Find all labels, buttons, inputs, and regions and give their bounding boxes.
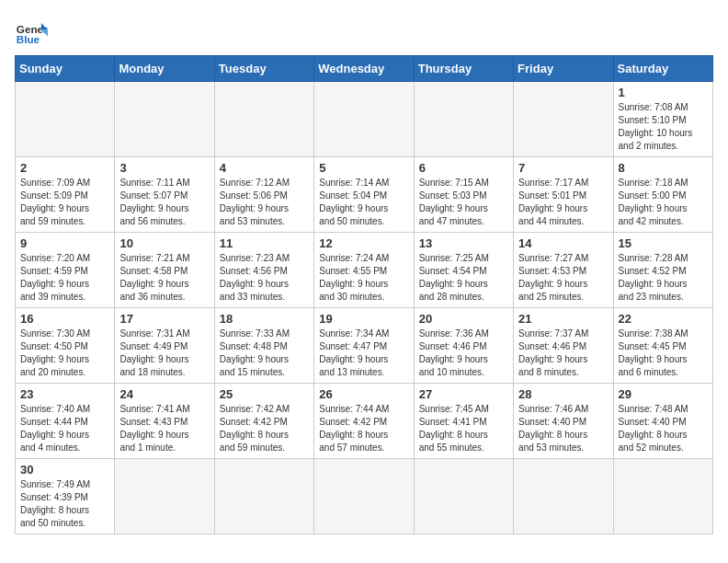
day-number: 10 [119,236,209,250]
calendar-day-cell [314,459,414,534]
calendar-week-row: 16Sunrise: 7:30 AMSunset: 4:50 PMDayligh… [16,308,713,384]
calendar-day-cell: 28Sunrise: 7:46 AMSunset: 4:40 PMDayligh… [514,384,613,459]
calendar-day-cell [414,82,513,157]
day-header-friday: Friday [514,56,613,82]
day-number: 19 [319,312,408,326]
day-info: Sunrise: 7:42 AMSunset: 4:42 PMDaylight:… [220,403,309,454]
calendar-day-cell: 24Sunrise: 7:41 AMSunset: 4:43 PMDayligh… [115,384,214,459]
calendar-day-cell [214,459,313,534]
day-number: 30 [20,463,109,477]
day-info: Sunrise: 7:33 AMSunset: 4:48 PMDaylight:… [220,327,309,379]
day-info: Sunrise: 7:34 AMSunset: 4:47 PMDaylight:… [319,327,408,379]
day-info: Sunrise: 7:20 AMSunset: 4:59 PMDaylight:… [20,252,109,304]
calendar-day-cell [414,459,513,534]
day-number: 27 [419,387,508,401]
day-number: 13 [419,236,508,250]
day-number: 2 [20,161,109,175]
day-header-monday: Monday [115,56,214,82]
day-info: Sunrise: 7:12 AMSunset: 5:06 PMDaylight:… [220,177,309,228]
calendar-day-cell: 15Sunrise: 7:28 AMSunset: 4:52 PMDayligh… [613,233,712,308]
logo: General Blue [15,15,48,48]
day-info: Sunrise: 7:45 AMSunset: 4:41 PMDaylight:… [419,403,508,454]
day-number: 5 [319,161,408,175]
day-info: Sunrise: 7:28 AMSunset: 4:52 PMDaylight:… [619,252,708,304]
day-number: 20 [419,312,508,326]
calendar-day-cell [613,459,712,534]
day-header-thursday: Thursday [414,56,513,82]
day-number: 24 [119,387,209,401]
day-info: Sunrise: 7:27 AMSunset: 4:53 PMDaylight:… [518,252,608,304]
calendar-day-cell: 10Sunrise: 7:21 AMSunset: 4:58 PMDayligh… [115,233,214,308]
day-number: 11 [220,236,309,250]
calendar-day-cell: 2Sunrise: 7:09 AMSunset: 5:09 PMDaylight… [16,157,115,233]
calendar-week-row: 23Sunrise: 7:40 AMSunset: 4:44 PMDayligh… [16,384,713,459]
day-number: 3 [119,161,209,175]
day-info: Sunrise: 7:30 AMSunset: 4:50 PMDaylight:… [20,327,109,379]
calendar-day-cell: 1Sunrise: 7:08 AMSunset: 5:10 PMDaylight… [613,82,712,157]
svg-text:Blue: Blue [17,33,40,45]
day-info: Sunrise: 7:49 AMSunset: 4:39 PMDaylight:… [20,478,109,530]
calendar-day-cell [214,82,313,157]
calendar-day-cell: 17Sunrise: 7:31 AMSunset: 4:49 PMDayligh… [115,308,214,384]
calendar-day-cell: 3Sunrise: 7:11 AMSunset: 5:07 PMDaylight… [115,157,214,233]
day-number: 18 [220,312,309,326]
calendar-day-cell: 8Sunrise: 7:18 AMSunset: 5:00 PMDaylight… [613,157,712,233]
day-number: 26 [319,387,408,401]
day-info: Sunrise: 7:48 AMSunset: 4:40 PMDaylight:… [619,403,708,454]
day-number: 6 [419,161,508,175]
calendar-day-cell: 4Sunrise: 7:12 AMSunset: 5:06 PMDaylight… [214,157,313,233]
calendar-day-cell: 18Sunrise: 7:33 AMSunset: 4:48 PMDayligh… [214,308,313,384]
day-info: Sunrise: 7:40 AMSunset: 4:44 PMDaylight:… [20,403,109,454]
day-info: Sunrise: 7:18 AMSunset: 5:00 PMDaylight:… [619,177,708,228]
calendar-day-cell: 25Sunrise: 7:42 AMSunset: 4:42 PMDayligh… [214,384,313,459]
day-info: Sunrise: 7:31 AMSunset: 4:49 PMDaylight:… [119,327,209,379]
calendar-header-row: SundayMondayTuesdayWednesdayThursdayFrid… [16,56,713,82]
calendar-week-row: 30Sunrise: 7:49 AMSunset: 4:39 PMDayligh… [16,459,713,534]
calendar-day-cell [115,82,214,157]
day-number: 21 [518,312,608,326]
calendar-day-cell: 27Sunrise: 7:45 AMSunset: 4:41 PMDayligh… [414,384,513,459]
day-number: 22 [619,312,708,326]
calendar-day-cell [514,459,613,534]
day-number: 12 [319,236,408,250]
calendar-day-cell: 29Sunrise: 7:48 AMSunset: 4:40 PMDayligh… [613,384,712,459]
day-number: 17 [119,312,209,326]
day-info: Sunrise: 7:21 AMSunset: 4:58 PMDaylight:… [119,252,209,304]
day-info: Sunrise: 7:36 AMSunset: 4:46 PMDaylight:… [419,327,508,379]
calendar-day-cell: 22Sunrise: 7:38 AMSunset: 4:45 PMDayligh… [613,308,712,384]
calendar-day-cell: 11Sunrise: 7:23 AMSunset: 4:56 PMDayligh… [214,233,313,308]
calendar-week-row: 1Sunrise: 7:08 AMSunset: 5:10 PMDaylight… [16,82,713,157]
day-info: Sunrise: 7:14 AMSunset: 5:04 PMDaylight:… [319,177,408,228]
calendar-week-row: 9Sunrise: 7:20 AMSunset: 4:59 PMDaylight… [16,233,713,308]
calendar-day-cell: 30Sunrise: 7:49 AMSunset: 4:39 PMDayligh… [16,459,115,534]
calendar-day-cell: 5Sunrise: 7:14 AMSunset: 5:04 PMDaylight… [314,157,414,233]
day-info: Sunrise: 7:15 AMSunset: 5:03 PMDaylight:… [419,177,508,228]
day-info: Sunrise: 7:25 AMSunset: 4:54 PMDaylight:… [419,252,508,304]
calendar-day-cell [514,82,613,157]
day-info: Sunrise: 7:24 AMSunset: 4:55 PMDaylight:… [319,252,408,304]
calendar-day-cell: 19Sunrise: 7:34 AMSunset: 4:47 PMDayligh… [314,308,414,384]
calendar-day-cell: 21Sunrise: 7:37 AMSunset: 4:46 PMDayligh… [514,308,613,384]
calendar-day-cell [115,459,214,534]
day-info: Sunrise: 7:23 AMSunset: 4:56 PMDaylight:… [220,252,309,304]
calendar-day-cell: 23Sunrise: 7:40 AMSunset: 4:44 PMDayligh… [16,384,115,459]
calendar-day-cell: 7Sunrise: 7:17 AMSunset: 5:01 PMDaylight… [514,157,613,233]
day-info: Sunrise: 7:11 AMSunset: 5:07 PMDaylight:… [119,177,209,228]
calendar-day-cell: 20Sunrise: 7:36 AMSunset: 4:46 PMDayligh… [414,308,513,384]
day-number: 29 [619,387,708,401]
day-number: 15 [619,236,708,250]
day-number: 8 [619,161,708,175]
calendar-week-row: 2Sunrise: 7:09 AMSunset: 5:09 PMDaylight… [16,157,713,233]
day-info: Sunrise: 7:08 AMSunset: 5:10 PMDaylight:… [619,101,708,153]
logo-icon: General Blue [15,15,48,48]
calendar-day-cell [314,82,414,157]
day-header-tuesday: Tuesday [214,56,313,82]
day-number: 23 [20,387,109,401]
calendar-day-cell: 9Sunrise: 7:20 AMSunset: 4:59 PMDaylight… [16,233,115,308]
day-header-wednesday: Wednesday [314,56,414,82]
calendar-day-cell: 14Sunrise: 7:27 AMSunset: 4:53 PMDayligh… [514,233,613,308]
day-info: Sunrise: 7:37 AMSunset: 4:46 PMDaylight:… [518,327,608,379]
calendar-day-cell: 26Sunrise: 7:44 AMSunset: 4:42 PMDayligh… [314,384,414,459]
day-header-saturday: Saturday [613,56,712,82]
day-info: Sunrise: 7:17 AMSunset: 5:01 PMDaylight:… [518,177,608,228]
